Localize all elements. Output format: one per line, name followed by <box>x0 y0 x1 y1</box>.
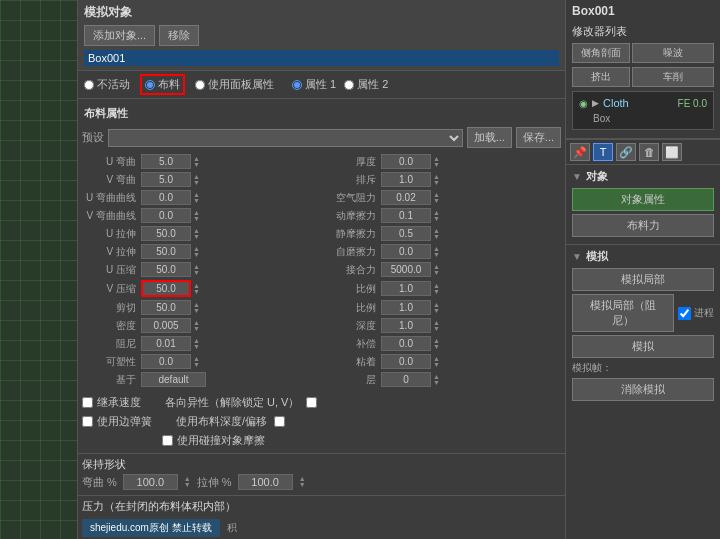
sim-local-button[interactable]: 模拟局部 <box>572 268 714 291</box>
param-input-kinetic-friction[interactable] <box>381 208 431 223</box>
param-input-self-friction[interactable] <box>381 244 431 259</box>
modifier-buttons-row2: 挤出 车削 <box>572 67 714 87</box>
right-top-section: Box001 修改器列表 侧角剖面 噪波 挤出 车削 ◉ ▶ Cloth FE … <box>566 0 720 139</box>
cloth-props-title: 布料属性 <box>78 103 565 124</box>
param-label-v-compress: V 压缩 <box>84 282 139 296</box>
bend-pct-input[interactable] <box>123 474 178 490</box>
params-grid: U 弯曲 ▲▼ 厚度 ▲▼ V 弯曲 ▲▼ 排斥 ▲▼ U 弯曲曲线 ▲▼ 空气… <box>78 151 565 390</box>
inactive-label: 不活动 <box>97 77 130 92</box>
corner-profile-button[interactable]: 侧角剖面 <box>572 43 630 63</box>
param-input-u-bend-curve[interactable] <box>141 190 191 205</box>
sim-local-damping-button[interactable]: 模拟局部（阻尼） <box>572 294 674 332</box>
param-input-repulsion[interactable] <box>381 172 431 187</box>
param-row-damping: 阻尼 ▲▼ <box>82 335 321 352</box>
param-input-thickness[interactable] <box>381 154 431 169</box>
save-preset-button[interactable]: 保存... <box>516 127 561 148</box>
sim-objects-section: 模拟对象 添加对象... 移除 Box001 <box>78 0 565 71</box>
param-input-air-resist[interactable] <box>381 190 431 205</box>
object-list-item[interactable]: Box001 <box>84 50 559 66</box>
param-row-shear: 剪切 ▲▼ <box>82 299 321 316</box>
param-input-damping[interactable] <box>141 336 191 351</box>
property1-radio-label[interactable]: 属性 1 <box>292 77 336 92</box>
box-icon-button[interactable]: ⬜ <box>662 143 682 161</box>
use-panel-radio[interactable] <box>195 80 205 90</box>
edge-spring-checkbox[interactable] <box>82 416 93 427</box>
param-input-shear[interactable] <box>141 300 191 315</box>
param-label-static-friction: 静摩擦力 <box>324 227 379 241</box>
param-input-based-on[interactable] <box>141 372 206 387</box>
checkbox-inherit-speed: 继承速度 各向异性（解除锁定 U, V） <box>82 393 561 412</box>
param-row-v-stretch: V 拉伸 ▲▼ <box>82 243 321 260</box>
use-panel-radio-label[interactable]: 使用面板属性 <box>195 77 274 92</box>
preset-dropdown[interactable] <box>108 129 463 147</box>
load-preset-button[interactable]: 加载... <box>467 127 512 148</box>
remove-object-button[interactable]: 移除 <box>159 25 199 46</box>
cloth-depth-label: 使用布料深度/偏移 <box>176 414 267 429</box>
param-input-scale1[interactable] <box>381 281 431 296</box>
param-label-cohesion: 接合力 <box>324 263 379 277</box>
param-input-scale2[interactable] <box>381 300 431 315</box>
param-label-thickness: 厚度 <box>324 155 379 169</box>
param-input-density[interactable] <box>141 318 191 333</box>
box-modifier-item[interactable]: Box <box>576 111 710 126</box>
property2-radio-label[interactable]: 属性 2 <box>344 77 388 92</box>
param-input-depth[interactable] <box>381 318 431 333</box>
sim-frame-label: 模拟帧： <box>572 361 714 375</box>
cloth-radio[interactable] <box>145 80 155 90</box>
param-label-u-compress: U 压缩 <box>84 263 139 277</box>
anisotropic-checkbox[interactable] <box>306 397 317 408</box>
add-object-button[interactable]: 添加对象... <box>84 25 155 46</box>
checkbox-section: 继承速度 各向异性（解除锁定 U, V） 使用边弹簧 使用布料深度/偏移 使用碰… <box>78 390 565 453</box>
link-icon-button[interactable]: 🔗 <box>616 143 636 161</box>
t-icon-button[interactable]: T <box>593 143 613 161</box>
param-row-depth: 深度 ▲▼ <box>322 317 561 334</box>
cloth-force-button[interactable]: 布料力 <box>572 214 714 237</box>
stretch-pct-input[interactable] <box>238 474 293 490</box>
param-label-stickiness: 粘着 <box>324 355 379 369</box>
param-row-u-stretch: U 拉伸 ▲▼ <box>82 225 321 242</box>
param-input-static-friction[interactable] <box>381 226 431 241</box>
sim-button[interactable]: 模拟 <box>572 335 714 358</box>
param-label-kinetic-friction: 动摩擦力 <box>324 209 379 223</box>
inherit-speed-checkbox[interactable] <box>82 397 93 408</box>
collision-friction-checkbox[interactable] <box>162 435 173 446</box>
extrude-button[interactable]: 挤出 <box>572 67 630 87</box>
delete-icon-button[interactable]: 🗑 <box>639 143 659 161</box>
property1-radio[interactable] <box>292 80 302 90</box>
param-input-plasticity[interactable] <box>141 354 191 369</box>
param-row-density: 密度 ▲▼ <box>82 317 321 334</box>
right-panel: Box001 修改器列表 侧角剖面 噪波 挤出 车削 ◉ ▶ Cloth FE … <box>565 0 720 539</box>
inactive-radio[interactable] <box>84 80 94 90</box>
param-input-v-bend-curve[interactable] <box>141 208 191 223</box>
param-input-v-bend[interactable] <box>141 172 191 187</box>
expand-icon: ▶ <box>592 98 599 108</box>
object-properties-button[interactable]: 对象属性 <box>572 188 714 211</box>
param-input-u-bend[interactable] <box>141 154 191 169</box>
pin-icon-button[interactable]: 📌 <box>570 143 590 161</box>
param-input-u-compress[interactable] <box>141 262 191 277</box>
sim-section-title: 模拟 <box>586 249 608 264</box>
param-input-stickiness[interactable] <box>381 354 431 369</box>
param-input-layer[interactable] <box>381 372 431 387</box>
icon-toolbar: 📌 T 🔗 🗑 ⬜ <box>566 139 720 165</box>
cloth-radio-label[interactable]: 布料 <box>140 74 185 95</box>
param-label-air-resist: 空气阻力 <box>324 191 379 205</box>
checkbox-edge-spring: 使用边弹簧 使用布料深度/偏移 <box>82 412 561 431</box>
lathe-button[interactable]: 车削 <box>632 67 714 87</box>
param-input-v-stretch[interactable] <box>141 244 191 259</box>
param-label-v-stretch: V 拉伸 <box>84 245 139 259</box>
param-row-air-resist: 空气阻力 ▲▼ <box>322 189 561 206</box>
param-input-v-compress[interactable] <box>141 280 191 297</box>
param-input-offset[interactable] <box>381 336 431 351</box>
param-row-v-bend: V 弯曲 ▲▼ <box>82 171 321 188</box>
delete-sim-button[interactable]: 消除模拟 <box>572 378 714 401</box>
pressure-title: 压力（在封闭的布料体积内部） <box>82 499 561 514</box>
cloth-modifier-item[interactable]: ◉ ▶ Cloth FE 0.0 <box>576 95 710 111</box>
progress-checkbox[interactable] <box>678 307 691 320</box>
noise-button[interactable]: 噪波 <box>632 43 714 63</box>
cloth-depth-checkbox[interactable] <box>274 416 285 427</box>
inactive-radio-label[interactable]: 不活动 <box>84 77 130 92</box>
property2-radio[interactable] <box>344 80 354 90</box>
param-input-u-stretch[interactable] <box>141 226 191 241</box>
param-input-cohesion[interactable] <box>381 262 431 277</box>
